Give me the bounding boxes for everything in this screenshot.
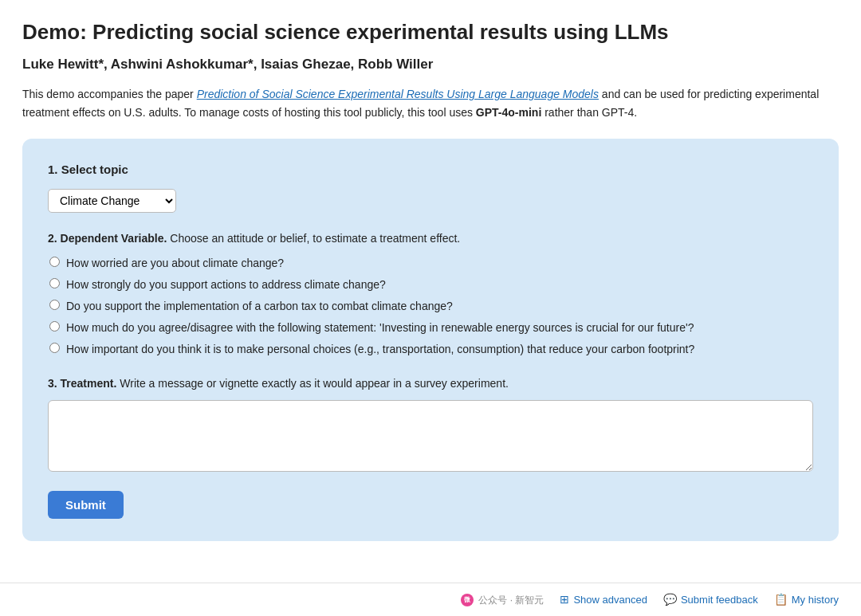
section2-intro: 2. Dependent Variable. Choose an attitud… xyxy=(48,230,813,247)
watermark: 微 公众号 · 新智元 xyxy=(461,593,544,602)
intro-before-link: This demo accompanies the paper xyxy=(22,88,197,100)
footer-bar: 微 公众号 · 新智元 ⊞ Show advanced 💬 Submit fee… xyxy=(0,583,861,602)
section3-intro: 3. Treatment. Write a message or vignett… xyxy=(48,375,813,392)
treatment-textarea[interactable] xyxy=(48,400,813,472)
radio-item-3[interactable]: Do you support the implementation of a c… xyxy=(49,298,813,315)
section1-label: 1. Select topic xyxy=(48,161,813,179)
radio-label-2: How strongly do you support actions to a… xyxy=(66,277,386,293)
my-history-link[interactable]: 📋 My history xyxy=(774,591,839,602)
my-history-label: My history xyxy=(792,592,839,602)
my-history-icon: 📋 xyxy=(774,591,788,602)
section2-desc: Choose an attitude or belief, to estimat… xyxy=(167,232,460,245)
page-title: Demo: Predicting social science experime… xyxy=(22,19,839,46)
show-advanced-link[interactable]: ⊞ Show advanced xyxy=(560,591,647,602)
submit-feedback-label: Submit feedback xyxy=(681,592,758,602)
submit-button[interactable]: Submit xyxy=(48,491,124,519)
radio-item-2[interactable]: How strongly do you support actions to a… xyxy=(49,277,813,293)
section2-label: 2. Dependent Variable. xyxy=(48,232,167,245)
watermark-text: 公众号 · 新智元 xyxy=(478,593,544,602)
radio-input-1[interactable] xyxy=(49,257,60,267)
form-card: 1. Select topic Climate Change Economy H… xyxy=(22,139,839,541)
section3: 3. Treatment. Write a message or vignett… xyxy=(48,375,813,520)
show-advanced-icon: ⊞ xyxy=(560,591,569,602)
radio-label-4: How much do you agree/disagree with the … xyxy=(66,320,694,336)
radio-group: How worried are you about climate change… xyxy=(49,255,813,358)
radio-label-5: How important do you think it is to make… xyxy=(66,341,694,358)
gpt-model-name: GPT-4o-mini xyxy=(476,106,541,119)
watermark-icon: 微 xyxy=(461,594,474,602)
section2: 2. Dependent Variable. Choose an attitud… xyxy=(48,230,813,358)
show-advanced-label: Show advanced xyxy=(573,592,647,602)
paper-link[interactable]: Prediction of Social Science Experimenta… xyxy=(197,88,599,100)
authors: Luke Hewitt*, Ashwini Ashokkumar*, Isaia… xyxy=(22,54,839,75)
submit-feedback-icon: 💬 xyxy=(663,591,677,602)
radio-input-3[interactable] xyxy=(49,300,60,310)
submit-feedback-link[interactable]: 💬 Submit feedback xyxy=(663,591,758,602)
radio-input-5[interactable] xyxy=(49,343,60,353)
radio-item-5[interactable]: How important do you think it is to make… xyxy=(49,341,813,358)
radio-label-1: How worried are you about climate change… xyxy=(66,255,284,272)
topic-select[interactable]: Climate Change Economy Healthcare Educat… xyxy=(48,189,176,213)
radio-input-2[interactable] xyxy=(49,278,60,288)
radio-label-3: Do you support the implementation of a c… xyxy=(66,298,453,315)
radio-input-4[interactable] xyxy=(49,321,60,332)
intro-end: rather than GPT-4. xyxy=(541,106,637,119)
radio-item-1[interactable]: How worried are you about climate change… xyxy=(49,255,813,272)
radio-item-4[interactable]: How much do you agree/disagree with the … xyxy=(49,320,813,336)
section3-desc: Write a message or vignette exactly as i… xyxy=(116,377,509,390)
section1: 1. Select topic Climate Change Economy H… xyxy=(48,161,813,213)
section3-label: 3. Treatment. xyxy=(48,377,116,390)
intro-text: This demo accompanies the paper Predicti… xyxy=(22,85,839,121)
